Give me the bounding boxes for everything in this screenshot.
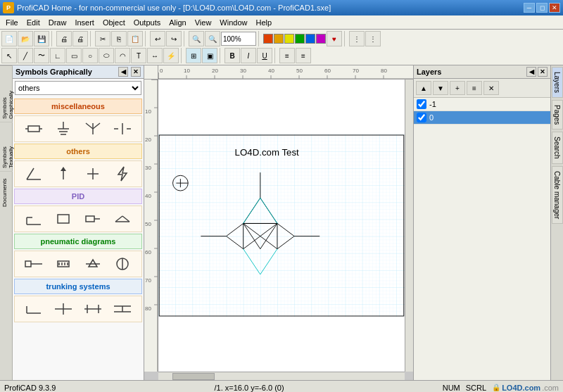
draw-line[interactable]: ╱ [18,48,33,63]
text-italic[interactable]: I [241,48,256,63]
menu-edit[interactable]: Edit [23,17,44,28]
scroll-horizontal[interactable] [158,372,405,380]
layer-checkbox-minus1[interactable] [417,99,426,109]
draw-bezier[interactable]: 〜 [34,48,49,63]
sym-trunk-1[interactable] [23,299,45,319]
paste-button[interactable]: 📋 [127,31,143,46]
print-button[interactable]: 🖨 [72,31,88,46]
menu-draw[interactable]: Draw [44,17,71,28]
layer-menu[interactable]: ≡ [467,81,482,95]
draw-dimension[interactable]: ↔ [147,48,163,63]
cat-pneumatic[interactable]: pneumatic diagrams [14,234,142,249]
symbols-pin-button[interactable]: ◀ [118,67,128,77]
layers-close-button[interactable]: ✕ [538,67,548,77]
menu-help[interactable]: Help [251,17,276,28]
sym-resistor[interactable] [23,119,45,139]
tb-align-center[interactable]: ≡ [296,48,311,63]
minimize-button[interactable]: ─ [524,3,535,13]
tab-layers[interactable]: Layers [552,67,563,98]
sym-trunk-2[interactable] [52,299,75,319]
tb-extra-1[interactable]: ⋮ [349,31,365,46]
menu-outputs[interactable]: Outputs [129,17,165,28]
color-btn-6[interactable] [316,34,326,44]
sym-pneu-2[interactable] [52,254,75,274]
layer-checkbox-0[interactable] [417,113,426,122]
sym-pneu-1[interactable] [23,254,45,274]
layer-move-up[interactable]: ▲ [416,81,431,95]
symbols-textually-vtab[interactable]: Symbols Textually [0,122,13,171]
tab-search[interactable]: Search [552,132,563,164]
tab-pages[interactable]: Pages [552,100,563,129]
draw-ellipse[interactable]: ⬭ [99,48,114,63]
sym-trunk-3[interactable] [82,299,104,319]
menu-object[interactable]: Object [99,17,129,28]
draw-circle[interactable]: ○ [82,48,98,63]
symbols-close-button[interactable]: ✕ [131,67,141,77]
drawing-canvas[interactable]: LO4D.com Test [158,80,405,372]
snap-grid[interactable]: ⊞ [186,48,201,63]
menu-align[interactable]: Align [165,17,190,28]
draw-text[interactable]: T [131,48,146,63]
cat-miscellaneous[interactable]: miscellaneous [14,99,142,114]
select-btn[interactable]: ▣ [202,48,217,63]
sym-pid-2[interactable] [52,209,75,229]
sym-pneu-3[interactable] [82,254,104,274]
symbols-dropdown[interactable]: others miscellaneous PID pneumatic diagr… [15,81,141,95]
cat-pid[interactable]: PID [14,189,142,204]
cat-trunking[interactable]: trunking systems [14,279,142,294]
tab-cable-manager[interactable]: Cable manager [552,166,563,224]
draw-arc[interactable]: ◠ [115,48,130,63]
sym-pneu-4[interactable] [111,254,134,274]
scroll-vertical[interactable] [405,80,413,372]
copy-button[interactable]: ⎘ [111,31,127,46]
text-underline[interactable]: U [257,48,272,63]
sym-antenna[interactable] [82,119,104,139]
draw-arrow[interactable]: ↖ [1,48,17,63]
new-button[interactable]: 📄 [1,31,17,46]
layer-item-0[interactable]: 0 [414,111,550,125]
sym-pid-3[interactable] [82,209,104,229]
redo-button[interactable]: ↪ [166,31,182,46]
menu-file[interactable]: File [1,17,23,28]
color-btn-5[interactable] [305,34,315,44]
sym-lightning[interactable] [111,164,134,184]
menu-window[interactable]: Window [215,17,251,28]
layer-item-minus1[interactable]: -1 [414,98,550,111]
zoom-input[interactable] [221,32,256,46]
cut-button[interactable]: ✂ [95,31,110,46]
heart-icon[interactable]: ♥ [327,31,342,46]
text-bold[interactable]: B [224,48,240,63]
draw-polyline[interactable]: ∟ [50,48,65,63]
layers-float-button[interactable]: ◀ [526,67,536,77]
menu-insert[interactable]: Insert [70,17,99,28]
sym-fuse[interactable] [111,119,134,139]
documents-vtab[interactable]: Documents [0,171,13,213]
layer-move-down[interactable]: ▼ [433,81,448,95]
sym-arrow-up[interactable] [52,164,75,184]
zoom-in-button[interactable]: 🔍 [189,31,204,46]
restore-button[interactable]: ◻ [536,3,548,13]
sym-pid-4[interactable] [111,209,134,229]
tb-align-left[interactable]: ≡ [279,48,295,63]
color-btn-2[interactable] [274,34,284,44]
sym-plus[interactable] [82,164,104,184]
undo-button[interactable]: ↩ [150,31,165,46]
tb-extra-2[interactable]: ⋮ [365,31,381,46]
cat-others[interactable]: others [14,144,142,159]
symbols-graphically-vtab[interactable]: Symbols Graphically [0,65,13,122]
sym-angle[interactable] [23,164,45,184]
print-preview-button[interactable]: 🖨 [56,31,72,46]
save-button[interactable]: 💾 [34,31,49,46]
menu-view[interactable]: View [191,17,216,28]
sym-trunk-4[interactable] [111,299,134,319]
draw-wire[interactable]: ⚡ [163,48,179,63]
color-btn-1[interactable] [263,34,273,44]
layer-close[interactable]: ✕ [483,81,499,95]
sym-pid-1[interactable] [23,209,45,229]
zoom-out-button[interactable]: 🔍 [205,31,220,46]
canvas-area[interactable]: 0 10 20 30 40 50 60 70 80 [144,65,413,380]
layer-add[interactable]: + [450,81,465,95]
scroll-thumb-h[interactable] [172,373,215,380]
color-btn-4[interactable] [295,34,305,44]
open-button[interactable]: 📂 [18,31,33,46]
